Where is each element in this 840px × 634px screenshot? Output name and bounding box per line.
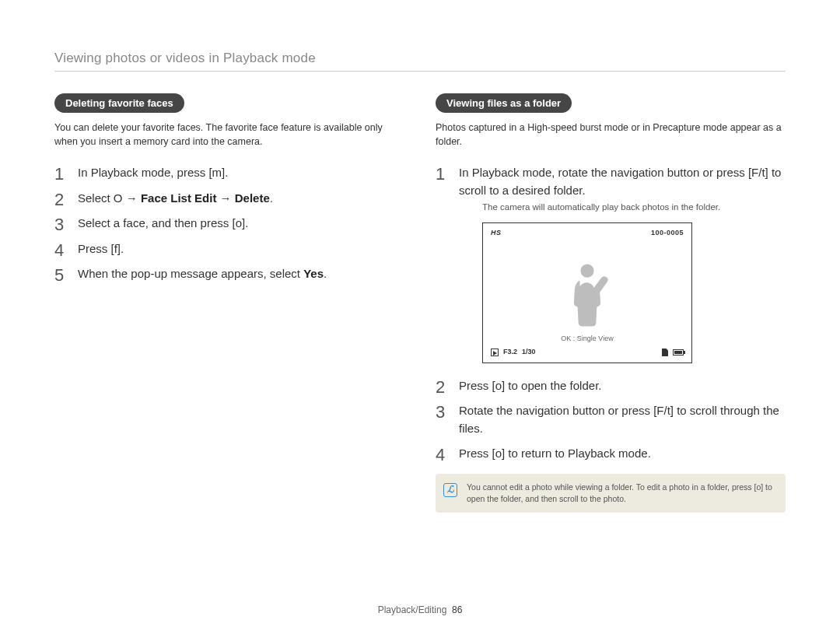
right-step-1: In Playback mode, rotate the navigation … <box>436 164 786 363</box>
right-intro: Photos captured in a High-speed burst mo… <box>436 121 786 149</box>
bold-face-list-edit: Face List Edit <box>141 191 217 205</box>
right-column: Viewing files as a folder Photos capture… <box>436 93 786 513</box>
text: Press [ <box>459 379 495 392</box>
left-steps: In Playback mode, press [m]. Select O → … <box>54 164 404 283</box>
heading-viewing-files-as-folder: Viewing files as a folder <box>436 93 572 113</box>
left-step-2: Select O → Face List Edit → Delete. <box>54 190 404 208</box>
sd-card-icon <box>662 349 668 356</box>
ok-single-view-label: OK : Single View <box>489 334 685 345</box>
person-silhouette-icon <box>565 258 610 332</box>
key-F: F <box>751 166 758 179</box>
lcd-preview: HS 100-0005 OK : Single View F3.2 1/3 <box>482 222 692 363</box>
icon-O: O <box>114 191 123 205</box>
text: In Playback mode, rotate the navigation … <box>459 166 751 179</box>
text: ] to open the folder. <box>502 379 601 392</box>
key-o: o <box>495 447 502 460</box>
screen-viewport <box>489 240 685 332</box>
left-step-5: When the pop-up message appears, select … <box>54 265 404 283</box>
page-footer: Playback/Editing 86 <box>0 604 840 615</box>
text: . <box>324 267 327 280</box>
shutter-label: 1/30 <box>522 347 536 358</box>
text: When the pop-up message appears, select <box>78 267 303 280</box>
note-icon: ℒ <box>443 483 457 497</box>
fstop-label: F3.2 <box>503 347 517 358</box>
text: ]. <box>117 242 124 255</box>
left-step-4: Press [f]. <box>54 240 404 258</box>
right-step-4: Press [o] to return to Playback mode. <box>436 445 786 463</box>
bold-yes: Yes <box>303 267 324 280</box>
arrow-icon: → <box>123 191 141 205</box>
key-o: o <box>495 379 502 392</box>
file-number: 100-0005 <box>651 228 684 239</box>
title-rule <box>54 71 786 72</box>
screen-top-row: HS 100-0005 <box>489 228 685 240</box>
right-step-1-note: The camera will automatically play back … <box>482 201 786 213</box>
text: ]. <box>222 166 228 179</box>
battery-icon <box>673 349 684 356</box>
key-F: F <box>656 404 663 417</box>
text: ]. <box>242 216 248 229</box>
content-columns: Deleting favorite faces You can delete y… <box>54 93 786 513</box>
right-step-3: Rotate the navigation button or press [F… <box>436 402 786 437</box>
key-o: o <box>236 216 242 229</box>
text: Select a face, and then press [ <box>78 216 236 229</box>
left-intro: You can delete your favorite faces. The … <box>54 121 404 149</box>
text: Select <box>78 191 114 205</box>
footer-page-number: 86 <box>452 604 462 615</box>
mode-hs-icon: HS <box>491 228 502 239</box>
arrow-icon: → <box>216 191 234 205</box>
text: ] to return to Playback mode. <box>502 447 651 460</box>
left-step-1: In Playback mode, press [m]. <box>54 164 404 182</box>
text: In Playback mode, press [ <box>78 166 212 179</box>
screen-bottom-row: F3.2 1/30 <box>489 344 685 359</box>
page-title: Viewing photos or videos in Playback mod… <box>54 51 786 66</box>
text: Rotate the navigation button or press [ <box>459 404 656 417</box>
text: . <box>270 191 273 205</box>
note-text-a: You cannot edit a photo while viewing a … <box>467 482 756 492</box>
right-step-2: Press [o] to open the folder. <box>436 377 786 395</box>
text: Press [ <box>459 447 495 460</box>
key-m: m <box>212 166 222 179</box>
bold-delete: Delete <box>235 191 270 205</box>
left-column: Deleting favorite faces You can delete y… <box>54 93 404 513</box>
right-steps: In Playback mode, rotate the navigation … <box>436 164 786 463</box>
heading-deleting-favorite-faces: Deleting favorite faces <box>54 93 184 113</box>
text: Press [ <box>78 242 114 255</box>
play-icon <box>491 349 499 356</box>
note-box: ℒ You cannot edit a photo while viewing … <box>436 474 786 513</box>
footer-section: Playback/Editing <box>378 604 447 615</box>
left-step-3: Select a face, and then press [o]. <box>54 215 404 233</box>
